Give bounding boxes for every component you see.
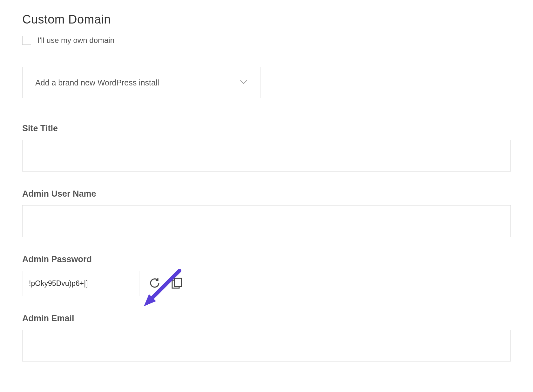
- admin-username-field-group: Admin User Name: [22, 189, 511, 237]
- admin-email-input[interactable]: [22, 330, 511, 362]
- custom-domain-heading: Custom Domain: [22, 13, 511, 26]
- admin-email-field-group: Admin Email: [22, 314, 511, 362]
- own-domain-checkbox-row: I'll use my own domain: [22, 36, 511, 45]
- admin-username-input[interactable]: [22, 205, 511, 237]
- install-type-dropdown[interactable]: Add a brand new WordPress install: [22, 67, 260, 98]
- copy-password-button[interactable]: [170, 276, 184, 290]
- admin-email-label: Admin Email: [22, 314, 511, 323]
- chevron-down-icon: [240, 80, 247, 85]
- svg-rect-0: [174, 278, 181, 287]
- refresh-icon: [149, 277, 161, 290]
- regenerate-password-button[interactable]: [148, 276, 162, 290]
- admin-password-field-group: Admin Password !pOky95Dvu)p6+|]: [22, 254, 511, 296]
- own-domain-label: I'll use my own domain: [37, 36, 114, 45]
- site-title-input[interactable]: [22, 140, 511, 172]
- admin-password-row: !pOky95Dvu)p6+|]: [22, 271, 511, 296]
- admin-password-label: Admin Password: [22, 254, 511, 264]
- dropdown-selected-text: Add a brand new WordPress install: [35, 78, 159, 87]
- site-title-label: Site Title: [22, 124, 511, 133]
- copy-icon: [171, 277, 183, 290]
- admin-password-value[interactable]: !pOky95Dvu)p6+|]: [22, 271, 140, 296]
- site-title-field-group: Site Title: [22, 124, 511, 172]
- own-domain-checkbox[interactable]: [22, 36, 31, 45]
- admin-username-label: Admin User Name: [22, 189, 511, 199]
